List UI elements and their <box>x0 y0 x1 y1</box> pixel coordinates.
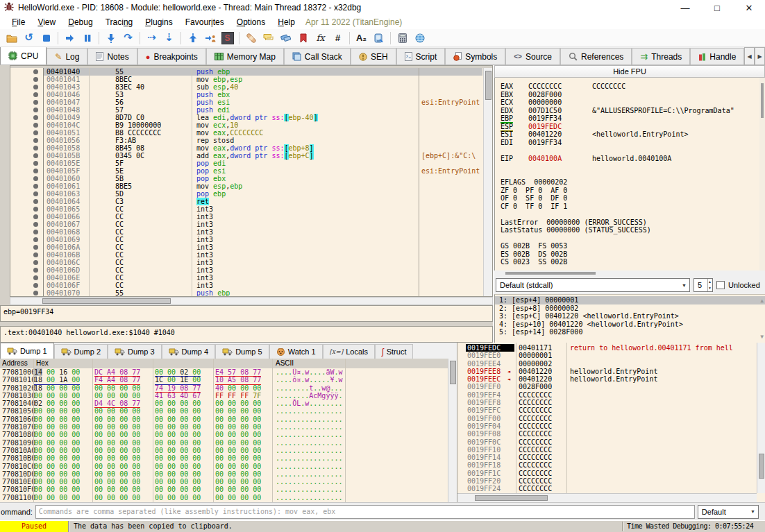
breakpoint-dot-icon[interactable] <box>33 214 38 219</box>
dump-row[interactable]: 770810F000 00 00 0000 00 00 0000 00 00 0… <box>0 486 448 493</box>
register-row-eax[interactable]: EAXCCCCCCCCCCCCCCCC <box>495 83 765 91</box>
dump-vscrollbar[interactable] <box>448 359 457 502</box>
disasm-row[interactable]: 0040106ACCint3 <box>10 243 492 251</box>
menu-file[interactable]: File <box>6 16 31 28</box>
dump-row[interactable]: 770810B000 00 00 0000 00 00 0000 00 00 0… <box>0 454 448 462</box>
registers-hscrollbar[interactable] <box>494 271 765 276</box>
dump-row[interactable]: 770810E000 00 00 0000 00 00 0000 00 00 0… <box>0 478 448 486</box>
function-button[interactable]: fx <box>312 30 329 46</box>
disasm-row[interactable]: 0040106CCCint3 <box>10 259 492 266</box>
menu-plugins[interactable]: Plugins <box>139 16 178 28</box>
tab-call-stack[interactable]: Call Stack <box>284 48 351 65</box>
comment-button[interactable] <box>260 30 277 46</box>
open-file-button[interactable] <box>3 30 20 46</box>
appearance-button[interactable]: A₂ <box>353 30 370 46</box>
step-over-button[interactable]: ↷ <box>119 30 137 46</box>
dump-row[interactable]: 770810D000 00 00 0000 00 00 0000 00 00 0… <box>0 470 448 478</box>
register-value[interactable]: 0040100A <box>528 155 592 163</box>
tab-cpu[interactable]: CPU <box>0 47 47 65</box>
disasm-row[interactable]: 00401064C3ret <box>10 198 492 205</box>
menu-view[interactable]: View <box>31 16 62 28</box>
menu-tracing[interactable]: Tracing <box>99 16 140 28</box>
register-value[interactable]: 0028F000 <box>528 91 592 99</box>
stack-hscrollbar[interactable] <box>457 493 757 502</box>
dump-tab-dump-4[interactable]: Dump 4 <box>162 344 216 359</box>
breakpoint-dot-icon[interactable] <box>33 146 38 151</box>
breakpoint-dot-icon[interactable] <box>33 275 38 280</box>
run-button[interactable] <box>61 30 78 46</box>
register-row-ecx[interactable]: ECX00000000 <box>495 98 765 107</box>
register-value[interactable]: 0019FF34 <box>528 139 592 147</box>
breakpoint-dot-icon[interactable] <box>33 283 38 288</box>
dump-row[interactable]: 7708106000 00 00 0000 00 00 0000 00 00 0… <box>0 415 448 423</box>
stack-row[interactable]: 0019FEE400000002 <box>457 360 757 368</box>
stop-button[interactable] <box>37 30 55 46</box>
arg-count-spinner[interactable]: 5 ▲▼ <box>693 278 713 292</box>
disasm-row[interactable]: 0040104857push edi <box>10 106 492 114</box>
stack-row[interactable]: 0019FEEC◄00401220helloworld.EntryPoint <box>457 375 757 383</box>
register-value[interactable]: CCCCCCCC <box>528 83 592 91</box>
breakpoint-dot-icon[interactable] <box>33 130 38 135</box>
breakpoint-dot-icon[interactable] <box>33 115 38 120</box>
disasm-row[interactable]: 004010498D7D C0lea edi,dword ptr ss:[ebp… <box>10 114 492 121</box>
tab-memory-map[interactable]: Memory Map <box>206 48 284 65</box>
menu-help[interactable]: Help <box>271 16 301 28</box>
dump-row[interactable]: 7708102018 00 00 0000 00 00 0074 19 08 7… <box>0 384 448 392</box>
tab-scroll-left-icon[interactable]: ◀ <box>744 47 755 65</box>
command-mode-select[interactable]: Default ▼ <box>698 505 759 519</box>
disasm-row[interactable]: 004010605Bpop ebx <box>10 175 492 182</box>
disasm-row[interactable]: 004010418BECmov ebp,esp <box>10 76 492 83</box>
restart-button[interactable]: ↺ <box>20 30 37 46</box>
dump-tab-dump-2[interactable]: Dump 2 <box>54 344 108 359</box>
close-button[interactable]: ✕ <box>733 0 765 15</box>
execute-till-return-button[interactable] <box>184 30 201 46</box>
dump-row[interactable]: 7708100014 00 16 00DC A4 08 7700 00 02 0… <box>0 368 448 376</box>
arg-row[interactable]: 3: [esp+C] 00401220 <helloworld.EntryPoi… <box>495 312 765 320</box>
calling-convention-select[interactable]: Default (stdcall) ▼ <box>496 278 690 292</box>
dump-tab-dump-5[interactable]: Dump 5 <box>215 344 269 359</box>
dump-tab-locals[interactable]: [x=]Locals <box>323 344 375 359</box>
dump-row[interactable]: 770810A000 00 00 0000 00 00 0000 00 00 0… <box>0 447 448 454</box>
register-row-esp[interactable]: ESP0019FEDC <box>495 123 765 131</box>
tab-scroll-right-icon[interactable]: ▶ <box>755 47 765 65</box>
minimize-button[interactable]: — <box>669 0 701 15</box>
disasm-row[interactable]: 00401051B8 CCCCCCCCmov eax,CCCCCCCC <box>10 129 492 137</box>
breakpoint-dot-icon[interactable] <box>33 77 38 82</box>
stack-row[interactable]: 0019FF20CCCCCCCC <box>457 477 757 485</box>
dump-row[interactable]: 7708110000 00 00 0000 00 00 0000 00 00 0… <box>0 494 448 501</box>
disasm-row[interactable]: 0040104383EC 40sub esp,40 <box>10 83 492 91</box>
breakpoint-dot-icon[interactable] <box>33 100 38 105</box>
bookmark-button[interactable] <box>294 30 312 46</box>
disasm-row[interactable]: 00401066CCint3 <box>10 213 492 221</box>
registers-vscrollbar[interactable] <box>759 78 765 271</box>
disassembly-panel[interactable]: 0040104055push ebp004010418BECmov ebp,es… <box>10 65 493 297</box>
disasm-row[interactable]: 0040104756push esiesi:EntryPoint <box>10 98 492 106</box>
breakpoint-dot-icon[interactable] <box>33 69 38 74</box>
disasm-row[interactable]: 004010635Dpop ebp <box>10 190 492 198</box>
disasm-row[interactable]: 0040106BCCint3 <box>10 251 492 259</box>
register-row-ebp[interactable]: EBP0019FF34 <box>495 114 765 123</box>
disassembly-hscrollbar[interactable] <box>10 297 493 305</box>
tab-references[interactable]: References <box>560 48 632 65</box>
stack-row[interactable]: 0019FEFCCCCCCCCC <box>457 406 757 414</box>
scroll-up-icon[interactable]: ▲ <box>760 298 764 304</box>
pause-button[interactable] <box>78 30 96 46</box>
breakpoint-dot-icon[interactable] <box>33 85 38 89</box>
disasm-row[interactable]: 0040105B0345 0Cadd eax,dword ptr ss:[ebp… <box>10 152 492 160</box>
disasm-row[interactable]: 0040104055push ebp <box>10 68 492 76</box>
disasm-row[interactable]: 00401067CCint3 <box>10 221 492 228</box>
breakpoint-dot-icon[interactable] <box>33 268 38 273</box>
dump-row[interactable]: 7708101018 00 1A 00F4 A4 08 771C 00 1E 0… <box>0 376 448 384</box>
disasm-row[interactable]: 0040105F5Epop esiesi:EntryPoint <box>10 167 492 175</box>
run-to-user-code-button[interactable] <box>201 30 219 46</box>
stack-row[interactable]: 0019FF04CCCCCCCC <box>457 422 757 430</box>
command-input[interactable] <box>35 505 695 519</box>
breakpoint-dot-icon[interactable] <box>33 245 38 250</box>
stack-vscrollbar[interactable] <box>757 343 765 493</box>
breakpoint-dot-icon[interactable] <box>33 123 38 128</box>
arg-row[interactable]: 5: [esp+14] 0028F000 <box>495 328 765 336</box>
dump-tab-dump-3[interactable]: Dump 3 <box>108 344 162 359</box>
disasm-row[interactable]: 0040104CB9 10000000mov ecx,10 <box>10 121 492 129</box>
register-value[interactable]: 00000000 <box>528 98 592 107</box>
trace-badge-button[interactable]: S <box>219 30 236 46</box>
